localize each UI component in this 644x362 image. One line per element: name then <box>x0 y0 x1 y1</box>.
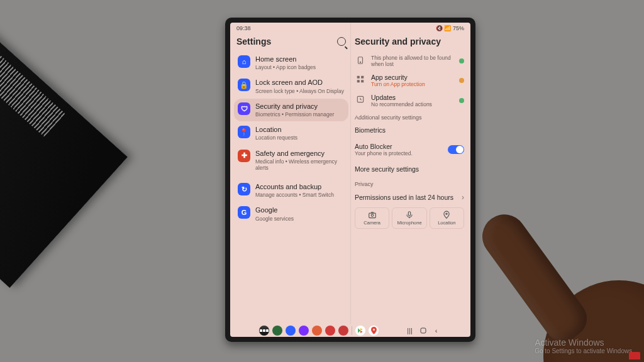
privacy-card-label: Location <box>438 220 455 226</box>
settings-item-safety-emergency[interactable]: ✚ Safety and emergency Medical info • Wi… <box>234 146 348 175</box>
emergency-icon: ✚ <box>238 150 250 162</box>
card-find-phone[interactable]: This phone is allowed to be found when l… <box>352 52 467 70</box>
search-icon[interactable] <box>337 37 346 46</box>
taskbar-app[interactable] <box>312 326 322 336</box>
settings-item-google[interactable]: G Google Google services <box>234 202 348 225</box>
taskbar-app[interactable] <box>338 326 348 336</box>
nav-back[interactable]: ‹ <box>431 326 441 336</box>
settings-item-label: Accounts and backup <box>255 183 334 191</box>
taskbar-app[interactable] <box>286 326 296 336</box>
item-label: Permissions used in last 24 hours <box>355 194 453 201</box>
device-screen: 09:38 🔇 📶 75% Settings ⌂ Home screen <box>230 23 470 337</box>
camera-icon <box>368 211 377 219</box>
svg-rect-12 <box>421 328 426 333</box>
settings-item-label: Security and privacy <box>255 102 334 111</box>
card-label: Updates <box>371 94 452 101</box>
home-icon: ⌂ <box>238 55 250 68</box>
settings-item-label: Google <box>255 206 294 214</box>
settings-item-home-screen[interactable]: ⌂ Home screen Layout • App icon badges <box>234 52 348 74</box>
taskbar-app-maps[interactable] <box>369 326 379 336</box>
windows-watermark: Activate Windows Go to Settings to activ… <box>535 337 634 354</box>
taskbar-app[interactable] <box>299 326 309 336</box>
taskbar-separator <box>352 326 352 335</box>
product-box: Galaxy Z Fold6 <box>0 0 128 288</box>
settings-item-label: Home screen <box>255 55 316 63</box>
svg-point-1 <box>360 62 360 62</box>
watermark-sub: Go to Settings to activate Windows. <box>535 348 634 354</box>
privacy-card-microphone[interactable]: Microphone <box>392 207 426 229</box>
status-right: 🔇 📶 75% <box>436 25 464 31</box>
privacy-card-label: Microphone <box>397 220 421 226</box>
taskbar: ||| ‹ <box>234 323 467 336</box>
nav-recents[interactable]: ||| <box>405 326 415 336</box>
sync-icon: ↻ <box>238 183 250 195</box>
taskbar-app[interactable] <box>325 326 335 336</box>
settings-item-location[interactable]: 📍 Location Location requests <box>234 122 348 145</box>
settings-item-label: Location <box>255 126 297 134</box>
section-additional-security: Additional security settings <box>352 111 467 122</box>
settings-item-label: Lock screen and AOD <box>255 79 344 87</box>
signal-icon: 📶 <box>444 25 451 31</box>
svg-rect-4 <box>357 80 360 82</box>
card-sub: No recommended actions <box>371 101 452 107</box>
settings-list: ⌂ Home screen Layout • App icon badges 🔒… <box>234 52 348 226</box>
detail-title: Security and privacy <box>355 36 441 47</box>
svg-rect-9 <box>408 212 411 216</box>
item-label: More security settings <box>355 165 419 173</box>
settings-item-sub: Layout • App icon badges <box>255 64 316 70</box>
taskbar-app[interactable] <box>272 326 282 336</box>
lock-icon: 🔒 <box>238 79 250 91</box>
svg-rect-2 <box>357 76 360 79</box>
privacy-card-camera[interactable]: Camera <box>355 207 389 229</box>
status-dot-ok <box>459 98 464 103</box>
status-bar: 09:38 🔇 📶 75% <box>234 25 467 33</box>
card-updates[interactable]: Updates No recommended actions <box>352 90 467 111</box>
item-permissions-24h[interactable]: Permissions used in last 24 hours › <box>352 189 467 206</box>
taskbar-app[interactable] <box>259 326 269 336</box>
privacy-card-label: Camera <box>364 220 380 226</box>
google-icon: G <box>238 206 250 219</box>
corner-badge <box>629 352 640 359</box>
find-phone-icon <box>355 55 366 66</box>
barcode <box>0 42 65 137</box>
item-more-security[interactable]: More security settings <box>352 161 467 177</box>
auto-blocker-toggle[interactable] <box>448 145 464 154</box>
settings-item-sub: Biometrics • Permission manager <box>255 111 334 118</box>
settings-item-sub: Medical info • Wireless emergency alerts <box>255 158 345 171</box>
battery-percent: 75% <box>453 25 464 31</box>
section-privacy: Privacy <box>352 177 467 189</box>
status-dot-ok <box>459 58 464 63</box>
svg-rect-7 <box>369 213 375 218</box>
settings-item-accounts-backup[interactable]: ↻ Accounts and backup Manage accounts • … <box>234 179 348 202</box>
card-label: App security <box>371 74 452 81</box>
hand <box>462 180 644 362</box>
privacy-card-location[interactable]: Location <box>430 207 464 229</box>
settings-item-sub: Google services <box>255 216 294 222</box>
privacy-icon-row: Camera Microphone Location <box>352 206 467 230</box>
microphone-icon <box>405 211 414 219</box>
status-dot-warn <box>459 78 464 83</box>
item-auto-blocker[interactable]: Auto Blocker Your phone is protected. <box>352 138 467 161</box>
settings-item-security-privacy[interactable]: 🛡 Security and privacy Biometrics • Perm… <box>234 99 348 121</box>
svg-rect-3 <box>361 76 364 79</box>
card-sub: This phone is allowed to be found when l… <box>371 55 452 67</box>
location-icon: 📍 <box>238 126 250 138</box>
apps-icon <box>355 74 366 85</box>
location-pin-icon <box>442 211 451 219</box>
status-time: 09:38 <box>236 25 251 31</box>
settings-item-lock-screen[interactable]: 🔒 Lock screen and AOD Screen lock type •… <box>234 75 348 97</box>
svg-point-8 <box>371 214 374 217</box>
item-biometrics[interactable]: Biometrics <box>352 122 467 138</box>
settings-item-sub: Location requests <box>255 134 297 141</box>
settings-title: Settings <box>236 36 271 47</box>
device-frame: 09:38 🔇 📶 75% Settings ⌂ Home screen <box>225 18 475 342</box>
settings-item-sub: Screen lock type • Always On Display <box>255 88 344 94</box>
svg-point-11 <box>373 329 375 331</box>
watermark-title: Activate Windows <box>535 337 634 348</box>
svg-rect-5 <box>361 80 364 82</box>
nav-home[interactable] <box>418 326 428 336</box>
taskbar-app-playstore[interactable] <box>355 326 365 336</box>
mute-icon: 🔇 <box>436 25 443 31</box>
shield-icon: 🛡 <box>238 102 250 115</box>
card-app-security[interactable]: App security Turn on App protection <box>352 70 467 90</box>
